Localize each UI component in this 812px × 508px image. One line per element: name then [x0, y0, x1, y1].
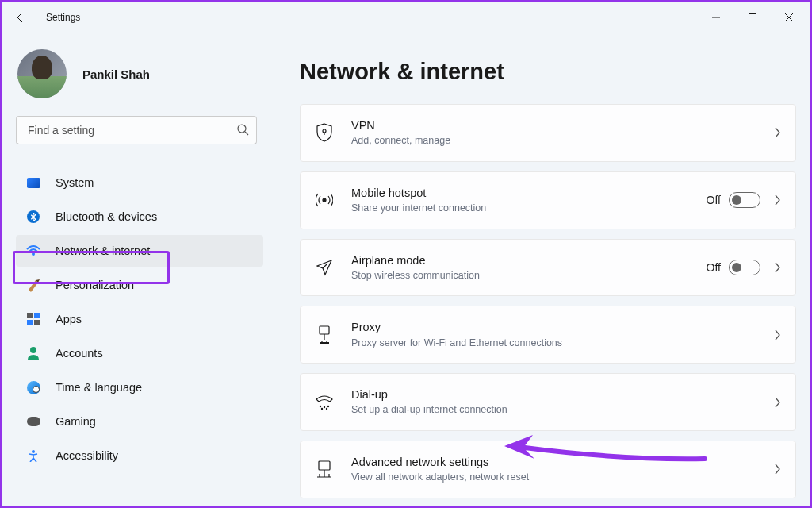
- user-name: Pankil Shah: [82, 67, 150, 81]
- sidebar-item-network[interactable]: Network & internet: [16, 235, 263, 267]
- avatar: [17, 49, 67, 98]
- sidebar-item-gaming[interactable]: Gaming: [16, 406, 263, 437]
- svg-point-14: [323, 198, 326, 202]
- card-title: Proxy: [351, 319, 773, 335]
- nav-label: Time & language: [56, 381, 142, 394]
- proxy-icon: [315, 325, 334, 344]
- setting-proxy[interactable]: Proxy Proxy server for Wi-Fi and Etherne…: [300, 306, 796, 364]
- bluetooth-icon: [25, 210, 41, 224]
- svg-point-20: [326, 408, 327, 409]
- svg-point-13: [323, 129, 326, 133]
- sidebar-item-time-language[interactable]: Time & language: [16, 371, 263, 403]
- card-text: Mobile hotspot Share your internet conne…: [351, 185, 707, 216]
- nav-label: Apps: [56, 313, 82, 325]
- card-text: Dial-up Set up a dial-up internet connec…: [351, 387, 773, 418]
- card-title: Advanced network settings: [351, 454, 773, 470]
- wifi-icon: [25, 244, 41, 258]
- sidebar-item-apps[interactable]: Apps: [16, 303, 263, 335]
- setting-advanced-network[interactable]: Advanced network settings View all netwo…: [300, 441, 796, 498]
- page-title: Network & internet: [300, 59, 796, 85]
- toggle-status: Off: [707, 194, 721, 206]
- apps-icon: [25, 312, 41, 326]
- airplane-icon: [315, 258, 334, 277]
- phone-icon: [315, 393, 334, 412]
- svg-rect-7: [27, 313, 33, 318]
- close-icon: [785, 13, 793, 21]
- hotspot-toggle[interactable]: [729, 192, 760, 208]
- brush-icon: [25, 278, 41, 292]
- chevron-right-icon: [773, 194, 781, 206]
- hotspot-icon: [315, 190, 334, 210]
- toggle-status: Off: [707, 261, 721, 274]
- card-sub: Add, connect, manage: [351, 134, 773, 148]
- back-button[interactable]: [5, 2, 36, 33]
- svg-point-19: [321, 408, 322, 409]
- card-text: VPN Add, connect, manage: [351, 117, 773, 148]
- card-sub: Stop wireless communication: [351, 269, 707, 283]
- nav-label: Network & internet: [56, 244, 150, 257]
- setting-mobile-hotspot[interactable]: Mobile hotspot Share your internet conne…: [300, 171, 796, 229]
- card-sub: View all network adapters, network reset: [351, 471, 773, 485]
- maximize-button[interactable]: [734, 3, 771, 32]
- chevron-right-icon: [773, 262, 781, 273]
- svg-point-17: [324, 406, 324, 407]
- nav-label: Gaming: [56, 415, 96, 428]
- display-icon: [25, 175, 41, 190]
- user-profile[interactable]: Pankil Shah: [10, 37, 263, 116]
- card-title: Dial-up: [351, 387, 773, 402]
- card-text: Advanced network settings View all netwo…: [351, 454, 773, 485]
- app-title: Settings: [46, 12, 80, 23]
- search-wrap: [16, 116, 257, 144]
- card-title: VPN: [351, 117, 773, 133]
- globe-clock-icon: [25, 380, 41, 394]
- shield-lock-icon: [315, 123, 334, 142]
- nav-label: Accounts: [56, 347, 103, 360]
- sidebar-item-personalization[interactable]: Personalization: [16, 269, 263, 301]
- airplane-toggle[interactable]: [729, 260, 760, 275]
- nav-label: System: [56, 176, 94, 189]
- card-sub: Proxy server for Wi-Fi and Ethernet conn…: [351, 337, 773, 351]
- sidebar-item-system[interactable]: System: [16, 167, 263, 198]
- card-text: Airplane mode Stop wireless communicatio…: [351, 252, 707, 283]
- nav-list: System Bluetooth & devices Network & int…: [10, 167, 263, 471]
- svg-line-5: [245, 132, 248, 135]
- content-area: Pankil Shah System Bluetooth & devices N…: [2, 33, 810, 506]
- close-button[interactable]: [771, 3, 807, 32]
- svg-rect-21: [319, 461, 330, 470]
- chevron-right-icon: [773, 464, 781, 475]
- svg-point-16: [320, 406, 320, 406]
- title-bar: Settings: [2, 2, 810, 33]
- svg-rect-10: [34, 320, 40, 325]
- card-title: Mobile hotspot: [351, 185, 707, 201]
- nav-label: Personalization: [56, 279, 134, 291]
- person-icon: [25, 346, 41, 360]
- sidebar-item-accessibility[interactable]: Accessibility: [16, 440, 263, 471]
- setting-vpn[interactable]: VPN Add, connect, manage: [300, 104, 796, 162]
- svg-rect-15: [320, 326, 329, 334]
- sidebar: Pankil Shah System Bluetooth & devices N…: [2, 33, 271, 506]
- svg-point-18: [327, 406, 328, 406]
- setting-airplane-mode[interactable]: Airplane mode Stop wireless communicatio…: [300, 239, 796, 297]
- svg-rect-1: [749, 14, 756, 21]
- card-sub: Share your internet connection: [351, 202, 707, 216]
- minimize-button[interactable]: [698, 3, 734, 32]
- sidebar-item-bluetooth[interactable]: Bluetooth & devices: [16, 201, 263, 233]
- svg-point-4: [238, 125, 246, 133]
- arrow-left-icon: [14, 11, 27, 24]
- gamepad-icon: [25, 414, 41, 429]
- search-input[interactable]: [16, 116, 257, 144]
- sidebar-item-accounts[interactable]: Accounts: [16, 337, 263, 369]
- search-icon: [236, 123, 249, 136]
- card-title: Airplane mode: [351, 252, 707, 268]
- chevron-right-icon: [773, 127, 781, 138]
- main-panel: Network & internet VPN Add, connect, man…: [271, 33, 810, 506]
- card-text: Proxy Proxy server for Wi-Fi and Etherne…: [351, 319, 773, 350]
- network-adapter-icon: [315, 460, 334, 479]
- setting-dialup[interactable]: Dial-up Set up a dial-up internet connec…: [300, 373, 796, 431]
- chevron-right-icon: [773, 329, 781, 341]
- svg-point-6: [32, 252, 35, 256]
- minimize-icon: [712, 13, 720, 21]
- nav-label: Bluetooth & devices: [56, 210, 157, 223]
- card-sub: Set up a dial-up internet connection: [351, 403, 773, 418]
- chevron-right-icon: [773, 397, 781, 408]
